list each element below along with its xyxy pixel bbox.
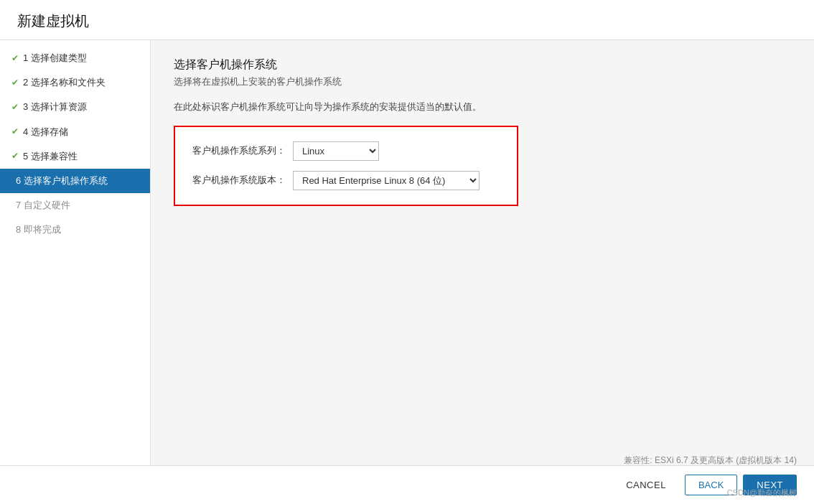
page-header: 新建虚拟机 [0, 0, 814, 40]
sidebar-item-step6[interactable]: 6 选择客户机操作系统 [0, 169, 150, 193]
compatibility-text: 兼容性: ESXi 6.7 及更高版本 (虚拟机版本 14) [624, 454, 797, 467]
os-family-row: 客户机操作系统系列： Linux Windows Other [192, 141, 500, 161]
sidebar-item-step2[interactable]: ✔ 2 选择名称和文件夹 [0, 70, 150, 95]
description-text: 在此处标识客户机操作系统可让向导为操作系统的安装提供适当的默认值。 [174, 100, 791, 114]
cancel-button[interactable]: CANCEL [613, 475, 679, 495]
sidebar-item-step3[interactable]: ✔ 3 选择计算资源 [0, 95, 150, 119]
os-form-box: 客户机操作系统系列： Linux Windows Other 客户机操作系统版本… [174, 126, 518, 206]
sidebar-label-step5: 5 选择兼容性 [23, 150, 78, 163]
check-icon-step2: ✔ [11, 77, 19, 89]
check-icon-step4: ✔ [11, 126, 19, 138]
check-icon-step1: ✔ [11, 52, 19, 65]
sidebar-item-step1[interactable]: ✔ 1 选择创建类型 [0, 46, 150, 70]
section-title: 选择客户机操作系统 [174, 57, 791, 73]
sidebar-label-step6: 6 选择客户机操作系统 [16, 174, 108, 187]
sidebar-item-step4[interactable]: ✔ 4 选择存储 [0, 120, 150, 144]
os-family-label: 客户机操作系统系列： [192, 144, 293, 157]
check-icon-step3: ✔ [11, 101, 19, 113]
os-version-select[interactable]: Red Hat Enterprise Linux 8 (64 位) Red Ha… [293, 171, 479, 190]
page-title: 新建虚拟机 [17, 11, 797, 31]
main-content: ✔ 1 选择创建类型 ✔ 2 选择名称和文件夹 ✔ 3 选择计算资源 ✔ 4 选… [0, 40, 814, 465]
os-version-label: 客户机操作系统版本： [192, 174, 293, 187]
section-subtitle: 选择将在虚拟机上安装的客户机操作系统 [174, 75, 791, 88]
sidebar-label-step3: 3 选择计算资源 [23, 101, 87, 113]
sidebar-item-step8: 8 即将完成 [0, 218, 150, 242]
sidebar-label-step1: 1 选择创建类型 [23, 52, 87, 65]
sidebar: ✔ 1 选择创建类型 ✔ 2 选择名称和文件夹 ✔ 3 选择计算资源 ✔ 4 选… [0, 40, 151, 465]
sidebar-item-step7: 7 自定义硬件 [0, 193, 150, 218]
sidebar-item-step5[interactable]: ✔ 5 选择兼容性 [0, 144, 150, 169]
os-family-select[interactable]: Linux Windows Other [293, 141, 379, 161]
sidebar-label-step7: 7 自定义硬件 [16, 199, 70, 212]
sidebar-label-step8: 8 即将完成 [16, 223, 61, 236]
sidebar-label-step2: 2 选择名称和文件夹 [23, 76, 106, 89]
sidebar-label-step4: 4 选择存储 [23, 126, 68, 139]
check-icon-step5: ✔ [11, 150, 19, 162]
content-area: 选择客户机操作系统 选择将在虚拟机上安装的客户机操作系统 在此处标识客户机操作系… [151, 40, 814, 465]
os-version-row: 客户机操作系统版本： Red Hat Enterprise Linux 8 (6… [192, 171, 500, 190]
footer: 兼容性: ESXi 6.7 及更高版本 (虚拟机版本 14) CANCEL BA… [0, 465, 814, 504]
watermark: CSDN@勤奋的枫树 [727, 487, 797, 498]
